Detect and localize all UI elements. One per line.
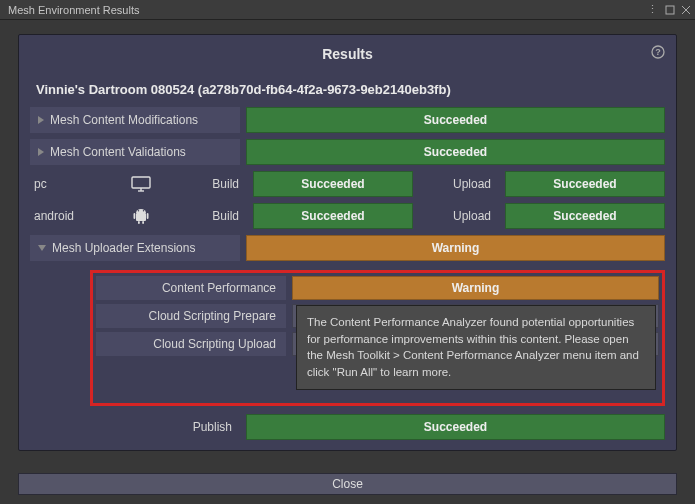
window-title: Mesh Environment Results xyxy=(8,4,139,16)
modifications-status: Succeeded xyxy=(246,107,665,133)
android-icon xyxy=(121,203,161,229)
results-panel: Results ? Vinnie's Dartroom 080524 (a278… xyxy=(18,34,677,451)
content-perf-label: Content Performance xyxy=(96,276,286,300)
upload-status-pc: Succeeded xyxy=(505,171,665,197)
kebab-icon[interactable]: ⋮ xyxy=(647,3,659,16)
row-platform-android: android Build Succeeded Upload Succeeded xyxy=(30,203,665,229)
desktop-icon xyxy=(121,171,161,197)
svg-rect-10 xyxy=(147,213,149,219)
upload-label-pc: Upload xyxy=(419,171,499,197)
svg-rect-0 xyxy=(666,6,674,14)
svg-rect-12 xyxy=(142,221,144,224)
platform-name-pc: pc xyxy=(30,171,115,197)
row-modifications: Mesh Content Modifications Succeeded xyxy=(30,107,665,133)
close-button[interactable]: Close xyxy=(18,473,677,495)
maximize-icon[interactable] xyxy=(665,5,675,15)
chevron-down-icon xyxy=(38,245,46,251)
validations-status: Succeeded xyxy=(246,139,665,165)
svg-rect-5 xyxy=(132,177,150,188)
svg-rect-11 xyxy=(138,221,140,224)
close-icon[interactable] xyxy=(681,5,691,15)
svg-text:?: ? xyxy=(655,47,661,57)
upload-label-android: Upload xyxy=(419,203,499,229)
results-header: Results ? xyxy=(22,38,673,70)
svg-rect-8 xyxy=(136,213,146,221)
platform-name-android: android xyxy=(30,203,115,229)
svg-point-14 xyxy=(143,210,144,211)
validations-label[interactable]: Mesh Content Validations xyxy=(30,139,240,165)
publish-status: Succeeded xyxy=(246,414,665,440)
row-platform-pc: pc Build Succeeded Upload Succeeded xyxy=(30,171,665,197)
svg-rect-9 xyxy=(134,213,136,219)
help-icon[interactable]: ? xyxy=(651,45,665,62)
results-title: Results xyxy=(322,46,373,62)
uploader-ext-status: Warning xyxy=(246,235,665,261)
uploader-ext-label[interactable]: Mesh Uploader Extensions xyxy=(30,235,240,261)
warning-tooltip: The Content Performance Analyzer found p… xyxy=(296,305,656,390)
window-titlebar: Mesh Environment Results ⋮ xyxy=(0,0,695,20)
row-content-performance: Content Performance Warning xyxy=(96,276,659,300)
svg-point-13 xyxy=(138,210,139,211)
build-status-android: Succeeded xyxy=(253,203,413,229)
row-validations: Mesh Content Validations Succeeded xyxy=(30,139,665,165)
publish-label: Publish xyxy=(30,414,240,440)
chevron-right-icon xyxy=(38,116,44,124)
warning-callout: Content Performance Warning Cloud Script… xyxy=(90,270,665,406)
script-upload-label: Cloud Scripting Upload xyxy=(96,332,286,356)
build-label-pc: Build xyxy=(167,171,247,197)
row-uploader-ext: Mesh Uploader Extensions Warning xyxy=(30,235,665,261)
row-publish: Publish Succeeded xyxy=(30,414,665,440)
upload-status-android: Succeeded xyxy=(505,203,665,229)
chevron-right-icon xyxy=(38,148,44,156)
build-status-pc: Succeeded xyxy=(253,171,413,197)
modifications-label[interactable]: Mesh Content Modifications xyxy=(30,107,240,133)
environment-title: Vinnie's Dartroom 080524 (a278b70d-fb64-… xyxy=(30,78,665,107)
script-prepare-label: Cloud Scripting Prepare xyxy=(96,304,286,328)
build-label-android: Build xyxy=(167,203,247,229)
content-perf-status: Warning xyxy=(292,276,659,300)
